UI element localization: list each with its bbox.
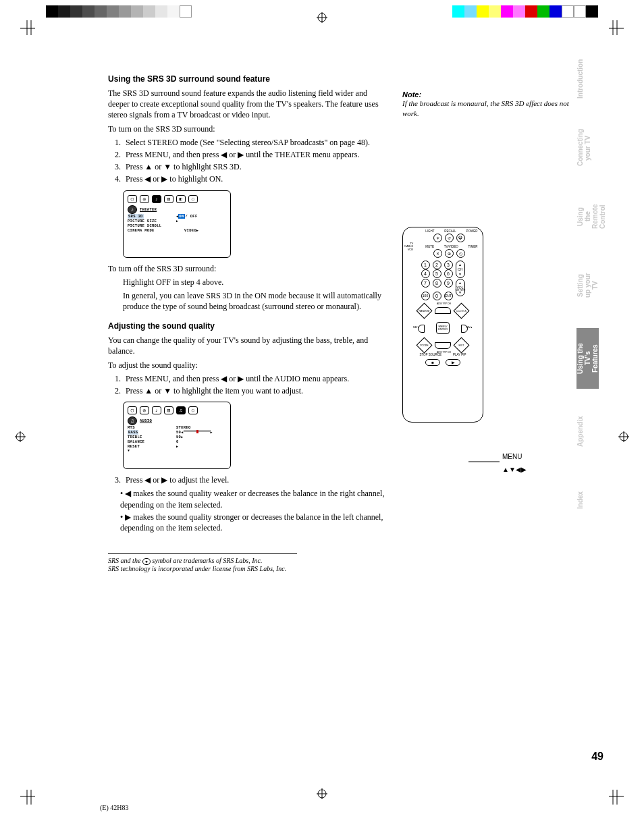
body-text: To turn off the SRS 3D surround: <box>108 263 385 274</box>
recall-button-icon: ↺ <box>445 234 454 242</box>
osd-value: ON <box>178 214 184 219</box>
osd-item: BASS <box>128 430 138 435</box>
number-button: 3 <box>444 261 453 269</box>
osd-tab-icon: ◌ <box>188 195 198 203</box>
osd-item: MTS <box>128 425 176 430</box>
number-button: 9 <box>444 279 453 288</box>
bullet: ▶ makes the sound quality stronger or de… <box>120 512 385 533</box>
remote-diagram: LIGHTRECALLPOWER ☀↺⏻ TVCABLEVCR MUTETV/V… <box>402 227 483 423</box>
cclock-button: CC/LOCK <box>453 302 469 319</box>
footnote: SRS and the ● symbol are trademarks of S… <box>108 553 297 572</box>
registration-mark-top <box>317 12 327 26</box>
osd-tab-icon: ◎ <box>140 195 149 203</box>
callout-menu: MENU <box>502 453 522 460</box>
number-button: 8 <box>433 279 441 288</box>
heading-sound-quality: Adjusting the sound quality <box>108 321 385 331</box>
osd-theater-menu: ▢ ◎ ♪ ▥ ◧ ◌ ♪ THEATER SRS 3D◀ON/ OFF PIC… <box>123 190 231 258</box>
tab-remote: Using the Remote Control <box>576 190 606 243</box>
osd-item: PICTURE SCROLL <box>128 223 176 228</box>
osd-item: SRS 3D <box>128 214 144 219</box>
crop-mark <box>609 20 637 51</box>
osd-category-icon: ♪ <box>128 205 137 214</box>
step: Press ▲ or ▼ to highlight the item you w… <box>123 385 385 396</box>
timer-button-icon: ◷ <box>456 249 465 258</box>
number-button: 2 <box>433 261 441 269</box>
osd-category-icon: ♫ <box>128 416 137 425</box>
page-number: 49 <box>591 751 603 763</box>
note-text: If the broadcast is monaural, the SRS 3D… <box>402 99 581 119</box>
color-bar-left <box>46 5 192 18</box>
dpad-icon: RANDOM CC/LOCK ?/CODE EXIT ADV/ PIP CH A… <box>417 303 469 353</box>
step: Press ▲ or ▼ to highlight SRS 3D. <box>123 161 385 172</box>
number-button: 1 <box>421 261 430 269</box>
mute-button-icon: ✕ <box>433 249 442 258</box>
slider-icon <box>184 430 211 432</box>
ent-button: ENT <box>444 292 453 300</box>
body-text: The SRS 3D surround sound feature expand… <box>108 88 385 121</box>
osd-tab-icon: ♪ <box>152 195 161 203</box>
body-text: To adjust the sound quality: <box>108 360 385 371</box>
crop-mark <box>7 20 35 51</box>
random-button: RANDOM <box>416 302 432 319</box>
osd-value: 0 <box>176 439 179 444</box>
osd-item: CINEMA MODE <box>128 228 176 233</box>
osd-tab-icon: ▢ <box>128 406 137 414</box>
number-button: 100 <box>421 292 430 300</box>
body-text: You can change the quality of your TV's … <box>108 335 385 356</box>
osd-title: THEATER <box>140 203 230 212</box>
registration-mark-left <box>15 431 26 445</box>
exit-button: EXIT <box>453 337 469 353</box>
body-text: Highlight OFF in step 4 above. <box>123 277 385 288</box>
registration-mark-right <box>618 431 629 445</box>
play-button-icon: ▶ <box>446 359 460 366</box>
number-button: 6 <box>444 269 453 278</box>
osd-tab-icon: ♫ <box>176 406 186 414</box>
crop-mark <box>7 776 35 807</box>
osd-tab-icon: ▥ <box>164 406 173 414</box>
device-selector: TVCABLEVCR <box>404 242 413 252</box>
osd-item: BALANCE <box>128 439 176 444</box>
registration-mark-bottom <box>317 788 327 802</box>
osd-title: AUDIO <box>140 414 230 423</box>
osd-tab-icon: ▥ <box>164 195 173 203</box>
number-button: 7 <box>421 279 430 288</box>
color-bar-right <box>452 5 598 18</box>
osd-tab-icon: ♪ <box>152 406 161 414</box>
power-button-icon: ⏻ <box>456 234 465 242</box>
osd-value: 50 <box>176 430 181 435</box>
printer-marks <box>0 0 644 34</box>
code-button: ?/CODE <box>416 337 432 353</box>
down-arrow-button <box>435 342 451 349</box>
up-arrow-button <box>435 307 451 314</box>
crop-mark <box>609 776 637 807</box>
osd-item: PICTURE SIZE <box>128 219 176 223</box>
osd-item: RESET <box>128 444 176 449</box>
osd-value: 50 <box>176 435 181 439</box>
osd-value: STEREO <box>176 425 191 430</box>
osd-tab-icon: ▢ <box>128 195 137 203</box>
osd-tab-icon: ◌ <box>188 406 198 414</box>
osd-tab-icon: ◎ <box>140 406 149 414</box>
step: Press ◀ or ▶ to adjust the level. <box>123 474 385 485</box>
callout-arrows: ▲▼◀▶ <box>502 466 527 473</box>
number-button: 4 <box>421 269 430 278</box>
osd-alt: / OFF <box>186 214 198 219</box>
step: Select STEREO mode (See "Selecting stere… <box>123 137 385 148</box>
menu-enter-button: MENU/ ENTER <box>436 322 450 334</box>
bullet: ◀ makes the sound quality weaker or decr… <box>120 488 385 510</box>
body-text: To turn on the SRS 3D surround: <box>108 124 385 134</box>
step: Press MENU, and then press ◀ or ▶ until … <box>123 149 385 160</box>
osd-tab-icon: ◧ <box>176 195 186 203</box>
step: Press ◀ or ▶ to highlight ON. <box>123 173 385 184</box>
osd-audio-menu: ▢ ◎ ♪ ▥ ♫ ◌ ♫ AUDIO MTSSTEREO BASS50◀▶ T… <box>123 402 231 469</box>
number-button: 5 <box>433 269 441 278</box>
body-text: In general, you can leave SRS 3D in the … <box>123 290 385 312</box>
osd-item: TREBLE <box>128 435 176 439</box>
heading-srs3d: Using the SRS 3D surround sound feature <box>108 74 385 84</box>
model-number: (E) 42H83 <box>100 804 129 811</box>
osd-value: VIDEO <box>184 228 196 233</box>
light-button-icon: ☀ <box>433 234 442 242</box>
stop-button-icon: ■ <box>425 359 440 366</box>
note-heading: Note: <box>402 90 581 99</box>
step: Press MENU, and then press ◀ or ▶ until … <box>123 373 385 384</box>
